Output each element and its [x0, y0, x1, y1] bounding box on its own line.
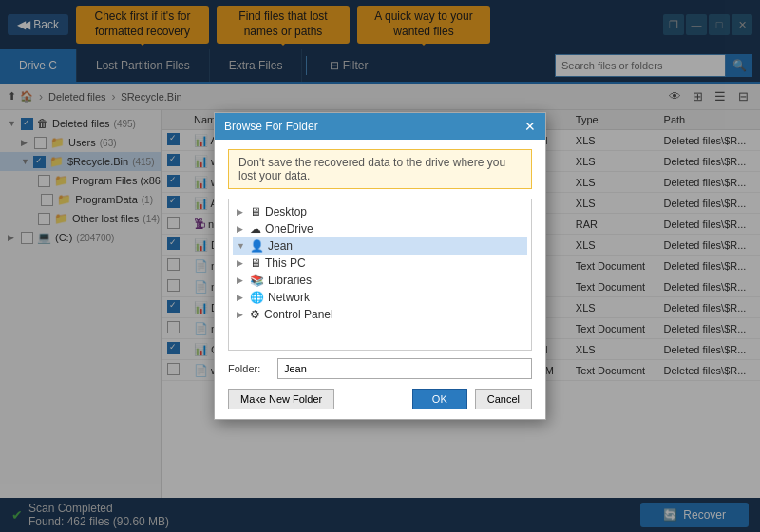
ftree-item-onedrive[interactable]: ▶ ☁ OneDrive — [233, 220, 527, 238]
ok-button[interactable]: OK — [412, 389, 467, 409]
ftree-item-jean[interactable]: ▼ 👤 Jean — [233, 238, 527, 255]
modal-actions: Make New Folder OK Cancel — [228, 389, 532, 409]
desktop-icon: 🖥 — [250, 205, 261, 218]
thispc-icon: 🖥 — [250, 256, 261, 270]
folder-name-input[interactable] — [277, 358, 532, 379]
onedrive-icon: ☁ — [250, 222, 261, 236]
ftree-item-thispc[interactable]: ▶ 🖥 This PC — [233, 255, 527, 272]
cancel-button[interactable]: Cancel — [475, 389, 532, 409]
new-folder-button[interactable]: Make New Folder — [228, 389, 334, 409]
modal-overlay: Browse For Folder ✕ Don't save the recov… — [0, 0, 760, 532]
controlpanel-icon: ⚙ — [250, 308, 260, 321]
ftree-item-controlpanel[interactable]: ▶ ⚙ Control Panel — [233, 306, 527, 323]
folder-tree[interactable]: ▶ 🖥 Desktop ▶ ☁ OneDrive ▼ 👤 Jean ▶ 🖥 — [228, 199, 532, 351]
folder-name-row: Folder: — [228, 358, 532, 379]
network-icon: 🌐 — [250, 291, 264, 304]
browse-folder-modal: Browse For Folder ✕ Don't save the recov… — [214, 112, 546, 420]
modal-titlebar: Browse For Folder ✕ — [215, 113, 545, 140]
modal-body: Don't save the recovered data to the dri… — [215, 140, 545, 419]
modal-close-button[interactable]: ✕ — [524, 119, 536, 134]
libraries-icon: 📚 — [250, 274, 264, 287]
modal-title: Browse For Folder — [224, 120, 318, 133]
user-icon: 👤 — [250, 239, 264, 253]
modal-warning: Don't save the recovered data to the dri… — [228, 149, 532, 189]
ftree-item-libraries[interactable]: ▶ 📚 Libraries — [233, 272, 527, 289]
ftree-item-network[interactable]: ▶ 🌐 Network — [233, 289, 527, 306]
ftree-item-desktop[interactable]: ▶ 🖥 Desktop — [233, 203, 527, 220]
folder-label: Folder: — [228, 363, 270, 374]
